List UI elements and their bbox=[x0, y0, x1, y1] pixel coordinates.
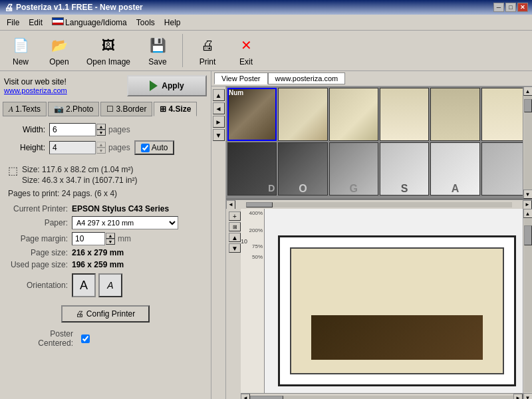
thumb-9[interactable]: G bbox=[329, 142, 378, 196]
thumb-8[interactable]: O bbox=[278, 142, 327, 196]
zoom-vscroll-track bbox=[524, 219, 532, 392]
thumb-img-9: G bbox=[330, 143, 378, 195]
view-poster-tab[interactable]: View Poster bbox=[214, 72, 268, 84]
zoom-down-button[interactable]: ▼ bbox=[229, 243, 241, 253]
paper-select[interactable]: A4 297 x 210 mm bbox=[72, 216, 178, 229]
grid-scroll-thumb[interactable] bbox=[524, 99, 532, 112]
thumb-2[interactable] bbox=[278, 88, 327, 141]
menu-file[interactable]: File bbox=[3, 17, 23, 29]
menu-edit[interactable]: Edit bbox=[25, 17, 47, 29]
zoom-vscroll-up[interactable]: ▲ bbox=[523, 209, 533, 218]
thumb-3[interactable] bbox=[329, 88, 378, 141]
titlebar: 🖨 Posteriza v1.1 FREE - New poster ─ □ ✕ bbox=[0, 0, 532, 15]
poster-centered-checkbox[interactable] bbox=[81, 334, 90, 343]
height-unit: pages bbox=[108, 143, 130, 152]
scroll-left-button[interactable]: ◄ bbox=[213, 102, 225, 114]
print-button[interactable]: 🖨 Print bbox=[191, 33, 224, 68]
margin-up-button[interactable]: ▲ bbox=[106, 233, 115, 239]
auto-checkbox[interactable] bbox=[141, 144, 150, 152]
zoom-hscroll-thumb[interactable] bbox=[250, 396, 283, 400]
poster-centered-label: Poster Centered: bbox=[13, 329, 73, 348]
scroll-down-button[interactable]: ▼ bbox=[213, 129, 225, 141]
new-button[interactable]: 📄 New bbox=[4, 33, 37, 68]
zoom-vscroll-down[interactable]: ▼ bbox=[523, 393, 533, 399]
thumb-10[interactable]: S bbox=[380, 142, 429, 196]
width-up-button[interactable]: ▲ bbox=[96, 124, 106, 130]
used-page-size-row: Used page size: 196 x 259 mm bbox=[8, 260, 203, 269]
width-spinner[interactable]: ▲ ▼ bbox=[96, 124, 106, 136]
current-printer-row: Current Printer: EPSON Stylus C43 Series bbox=[8, 204, 203, 213]
auto-button[interactable]: Auto bbox=[134, 140, 175, 155]
grid-scroll-down[interactable]: ▼ bbox=[523, 190, 533, 199]
zoom-hscroll-left[interactable]: ◄ bbox=[241, 394, 250, 400]
open-button[interactable]: 📂 Open bbox=[43, 33, 76, 68]
tab-texts[interactable]: 𝐴 1.Texts bbox=[3, 102, 47, 116]
titlebar-controls[interactable]: ─ □ ✕ bbox=[493, 3, 528, 12]
portrait-orientation-button[interactable]: A bbox=[72, 273, 96, 297]
hscroll-right-button[interactable]: ► bbox=[523, 200, 532, 209]
titlebar-title: Posteriza v1.1 FREE - New poster bbox=[16, 3, 143, 12]
grid-scroll-up[interactable]: ▲ bbox=[523, 86, 533, 96]
width-input[interactable] bbox=[49, 123, 96, 136]
margin-down-button[interactable]: ▼ bbox=[106, 239, 115, 245]
thumb-7[interactable]: D bbox=[227, 142, 277, 196]
zoom-vscroll-thumb[interactable] bbox=[524, 225, 532, 245]
open-image-button[interactable]: 🖼 Open Image bbox=[81, 33, 136, 68]
used-page-size-label: Used page size: bbox=[8, 260, 68, 269]
menu-language[interactable]: Language/Idioma bbox=[48, 16, 131, 29]
width-down-button[interactable]: ▼ bbox=[96, 130, 106, 136]
thumb-5[interactable] bbox=[430, 88, 479, 141]
thumb-text-9: G bbox=[350, 183, 358, 195]
thumb-img-8: O bbox=[279, 143, 327, 195]
grid-scroll-track bbox=[524, 96, 532, 190]
page-margin-input[interactable] bbox=[72, 232, 105, 245]
thumb-4[interactable] bbox=[380, 88, 429, 141]
height-label: Height: bbox=[5, 143, 45, 152]
border-tab-icon: ☐ bbox=[106, 104, 114, 114]
config-printer-button[interactable]: 🖨 Config Printer bbox=[61, 305, 150, 323]
zoom-in-button[interactable]: + bbox=[229, 211, 241, 221]
tab-size[interactable]: ⊞ 4.Size bbox=[154, 102, 197, 116]
apply-arrow-icon bbox=[150, 80, 158, 91]
flag-icon bbox=[52, 17, 64, 25]
exit-button[interactable]: ✕ Exit bbox=[229, 33, 263, 68]
hscroll-thumb[interactable] bbox=[246, 202, 273, 207]
hscroll: ◄ ► bbox=[226, 200, 532, 209]
menubar: File Edit Language/Idioma Tools Help bbox=[0, 15, 532, 31]
tab-photo[interactable]: 📷 2.Photo bbox=[48, 102, 99, 116]
width-unit: pages bbox=[108, 125, 130, 134]
page-size-row: Page size: 216 x 279 mm bbox=[8, 248, 203, 257]
save-button[interactable]: 💾 Save bbox=[141, 33, 174, 68]
hscroll-left-button[interactable]: ◄ bbox=[226, 200, 235, 209]
orientation-label: Orientation: bbox=[8, 281, 68, 290]
zoom-fit-button[interactable]: ⊞ bbox=[229, 222, 241, 231]
thumb-img-7: D bbox=[228, 143, 276, 195]
tab-border[interactable]: ☐ 3.Border bbox=[100, 102, 152, 116]
close-button[interactable]: ✕ bbox=[517, 3, 528, 12]
thumb-img-10: S bbox=[380, 143, 428, 195]
minimize-button[interactable]: ─ bbox=[493, 3, 504, 12]
maximize-button[interactable]: □ bbox=[505, 3, 516, 12]
margin-spinner[interactable]: ▲ ▼ bbox=[106, 233, 115, 245]
scroll-up-button[interactable]: ▲ bbox=[213, 89, 225, 101]
poster-preview bbox=[265, 209, 523, 393]
zoom-up-button[interactable]: ▲ bbox=[229, 233, 241, 242]
website-area: Visit our web site! www.posteriza.com Ap… bbox=[3, 74, 208, 98]
zoom-hscroll-right[interactable]: ► bbox=[513, 394, 523, 400]
thumb-img-11: A bbox=[431, 143, 479, 195]
new-icon: 📄 bbox=[10, 35, 31, 56]
landscape-orientation-button[interactable]: A bbox=[98, 273, 122, 297]
menu-tools[interactable]: Tools bbox=[132, 17, 159, 29]
menu-help[interactable]: Help bbox=[160, 17, 185, 29]
thumb-11[interactable]: A bbox=[430, 142, 479, 196]
thumb-img-4 bbox=[380, 88, 428, 140]
scroll-right-button[interactable]: ► bbox=[213, 116, 225, 128]
view-url-tab[interactable]: www.posteriza.com bbox=[268, 72, 346, 84]
toolbar: 📄 New 📂 Open 🖼 Open Image 💾 Save 🖨 Print… bbox=[0, 31, 532, 71]
thumb-img-1 bbox=[229, 89, 275, 140]
height-input[interactable] bbox=[49, 141, 96, 154]
website-link[interactable]: www.posteriza.com bbox=[4, 86, 67, 94]
apply-button[interactable]: Apply bbox=[127, 75, 207, 96]
page-icon: ⬚ bbox=[8, 166, 18, 176]
print-icon: 🖨 bbox=[197, 35, 218, 56]
